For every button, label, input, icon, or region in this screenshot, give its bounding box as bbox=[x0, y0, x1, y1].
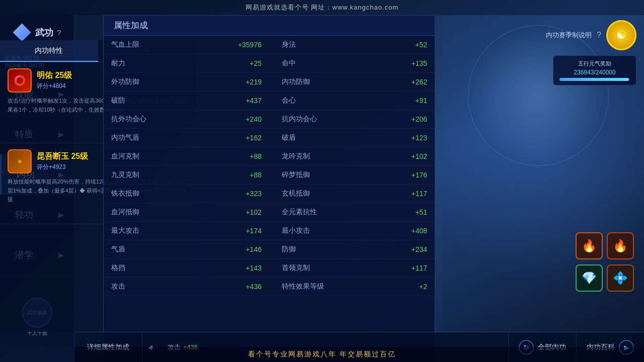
table-row: 内功气盾 +162 破盾 +123 bbox=[104, 129, 435, 147]
attr-val-left: +437 bbox=[203, 92, 269, 110]
attr-val-left: +436 bbox=[203, 278, 269, 296]
table-row: 气盾 +146 防御 +234 bbox=[104, 240, 435, 259]
attr-name-left: 外功防御 bbox=[104, 73, 203, 92]
attr-val-right: +117 bbox=[368, 259, 435, 278]
item-icon-gem: 💎 bbox=[576, 264, 603, 292]
attr-name-right: 破盾 bbox=[269, 129, 368, 147]
attr-val-left: +25 bbox=[203, 54, 269, 73]
attr-val-right: +52 bbox=[368, 36, 435, 54]
attr-val-right: +135 bbox=[368, 54, 435, 73]
attr-val-right: +234 bbox=[368, 240, 435, 259]
items-area: 🔥 🔥 💎 💠 bbox=[576, 232, 634, 292]
attr-val-right: +408 bbox=[368, 222, 435, 240]
yuan-badge: ☯ bbox=[606, 20, 636, 50]
table-row: 攻击 +436 特性效果等级 +2 bbox=[104, 278, 435, 296]
attr-val-left: +88 bbox=[203, 166, 269, 185]
skill-name: 明佑 25级 bbox=[37, 70, 72, 81]
watermark-top: 网易游戏就选看个号 网址：www.kangchao.com bbox=[0, 0, 644, 15]
attribute-table: 气血上限 +35976 身法 +52 耐力 +25 命中 +135 外功防御 +… bbox=[104, 36, 435, 296]
attr-val-left: +162 bbox=[203, 129, 269, 147]
attr-name-left: 血河抵御 bbox=[104, 203, 203, 222]
attr-name-left: 耐力 bbox=[104, 54, 203, 73]
attr-name-right: 龙吟克制 bbox=[269, 147, 368, 166]
attr-val-left: +146 bbox=[203, 240, 269, 259]
attr-val-left: +35976 bbox=[203, 36, 269, 54]
attr-name-right: 命中 bbox=[269, 54, 368, 73]
skill-icon-kunwu: 🔸 bbox=[8, 149, 32, 173]
attr-panel-title: 属性加成 bbox=[104, 16, 435, 36]
five-elements-reward: 五行元气奖励 236843/240000 bbox=[553, 55, 636, 85]
attribute-panel: 属性加成 气血上限 +35976 身法 +52 耐力 +25 命中 +135 外… bbox=[103, 15, 435, 362]
attr-name-left: 内功气盾 bbox=[104, 129, 203, 147]
skill-icon-mingyou: ⭕ bbox=[8, 68, 32, 93]
attr-val-right: +102 bbox=[368, 147, 435, 166]
attr-name-left: 血河克制 bbox=[104, 147, 203, 166]
attr-val-right: +262 bbox=[368, 73, 435, 92]
neigong-season-label: 内功赛季制说明 bbox=[546, 31, 592, 40]
skill-info-2: 昆吾断玉 25级 评分+4923 bbox=[37, 151, 88, 171]
neigong-question-icon[interactable]: ? bbox=[597, 31, 601, 40]
item-row-bottom: 💎 💠 bbox=[576, 264, 634, 292]
attr-name-right: 防御 bbox=[269, 240, 368, 259]
attr-val-left: +219 bbox=[203, 73, 269, 92]
skill-name-2: 昆吾断玉 25级 bbox=[37, 151, 88, 162]
logo-diamond-icon bbox=[13, 24, 31, 42]
item-icon-fire: 🔥 bbox=[576, 232, 603, 259]
attr-val-right: +123 bbox=[368, 129, 435, 147]
attr-val-right: +51 bbox=[368, 203, 435, 222]
attr-val-left: +102 bbox=[203, 203, 269, 222]
attr-name-left: 抗外功会心 bbox=[104, 110, 203, 129]
attr-name-left: 气血上限 bbox=[104, 36, 203, 54]
attr-val-left: +88 bbox=[203, 147, 269, 166]
attr-val-left: +174 bbox=[203, 222, 269, 240]
item-icon-flame: 🔥 bbox=[607, 232, 634, 259]
item-icon-gem2: 💠 bbox=[607, 264, 634, 292]
table-row: 血河克制 +88 龙吟克制 +102 bbox=[104, 147, 435, 166]
attr-name-left: 破防 bbox=[104, 92, 203, 110]
nav-title: 武功 bbox=[35, 27, 53, 39]
table-row: 格挡 +143 首领克制 +117 bbox=[104, 259, 435, 278]
attr-val-right: +2 bbox=[368, 278, 435, 296]
attr-name-right: 玄机抵御 bbox=[269, 185, 368, 203]
attr-val-right: +117 bbox=[368, 185, 435, 203]
attr-name-left: 铁衣抵御 bbox=[104, 185, 203, 203]
attr-name-right: 首领克制 bbox=[269, 259, 368, 278]
skill-info: 明佑 25级 评分+4804 bbox=[37, 70, 72, 90]
attr-name-right: 会心 bbox=[269, 92, 368, 110]
attr-val-left: +240 bbox=[203, 110, 269, 129]
table-row: 气血上限 +35976 身法 +52 bbox=[104, 36, 435, 54]
attr-name-left: 最大攻击 bbox=[104, 222, 203, 240]
attr-name-left: 九灵克制 bbox=[104, 166, 203, 185]
yuan-icon: ☯ bbox=[616, 29, 626, 42]
watermark-bottom: 看个号专业网易游戏八年 年交易额过百亿 bbox=[0, 347, 644, 362]
five-elements-progress: 236843/240000 bbox=[559, 69, 630, 76]
attr-name-right: 身法 bbox=[269, 36, 368, 54]
skill-score: 评分+4804 bbox=[37, 82, 72, 90]
item-row-top: 🔥 🔥 bbox=[576, 232, 634, 259]
attr-name-right: 全元素抗性 bbox=[269, 203, 368, 222]
tab-neigong-tezhi[interactable]: 内功特性 bbox=[0, 40, 98, 62]
table-row: 外功防御 +219 内功防御 +262 bbox=[104, 73, 435, 92]
table-row: 破防 +437 会心 +91 bbox=[104, 92, 435, 110]
five-elements-progress-fill bbox=[559, 78, 629, 81]
attr-val-right: +91 bbox=[368, 92, 435, 110]
attr-name-right: 特性效果等级 bbox=[269, 278, 368, 296]
table-row: 抗外功会心 +240 抗内功会心 +206 bbox=[104, 110, 435, 129]
table-row: 铁衣抵御 +323 玄机抵御 +117 bbox=[104, 185, 435, 203]
table-row: 九灵克制 +88 碎梦抵御 +176 bbox=[104, 166, 435, 185]
attr-name-left: 攻击 bbox=[104, 278, 203, 296]
attr-val-left: +143 bbox=[203, 259, 269, 278]
table-row: 最大攻击 +174 最小攻击 +408 bbox=[104, 222, 435, 240]
attr-name-left: 气盾 bbox=[104, 240, 203, 259]
five-elements-progress-bar bbox=[559, 78, 630, 81]
five-elements-label: 五行元气奖励 bbox=[559, 60, 630, 67]
nav-question-icon[interactable]: ? bbox=[57, 29, 61, 37]
top-right-ui: 内功赛季制说明 ? ☯ bbox=[443, 15, 644, 55]
attr-val-right: +176 bbox=[368, 166, 435, 185]
attr-val-right: +206 bbox=[368, 110, 435, 129]
skill-score-2: 评分+4923 bbox=[37, 163, 88, 171]
attr-val-left: +323 bbox=[203, 185, 269, 203]
attr-name-left: 格挡 bbox=[104, 259, 203, 278]
table-row: 耐力 +25 命中 +135 bbox=[104, 54, 435, 73]
attr-name-right: 抗内功会心 bbox=[269, 110, 368, 129]
